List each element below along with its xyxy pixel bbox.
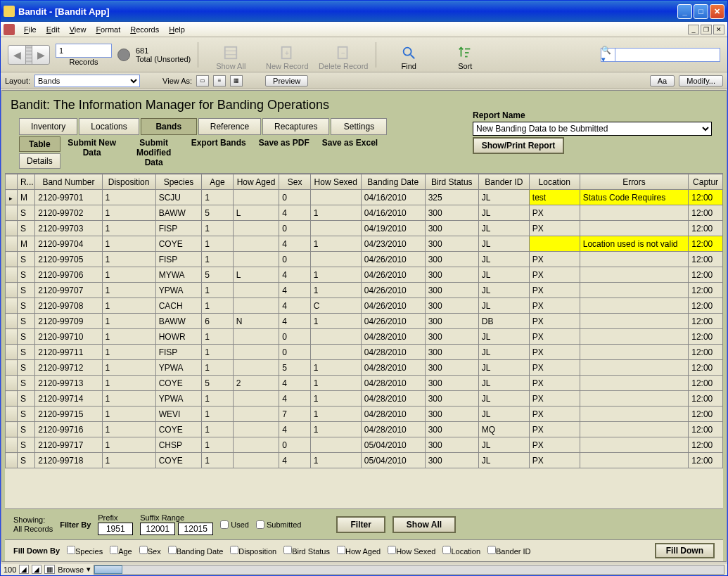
cell-band[interactable]: 2120-99718 xyxy=(35,453,102,468)
cell-date[interactable]: 04/28/2010 xyxy=(361,345,425,360)
cell-date[interactable]: 04/26/2010 xyxy=(361,314,425,329)
show-print-report-button[interactable]: Show/Print Report xyxy=(473,137,564,154)
cell-sex[interactable]: 4 xyxy=(279,236,310,252)
cell-hs[interactable]: 1 xyxy=(310,422,361,437)
cell-r[interactable]: S xyxy=(17,360,34,376)
cell-loc[interactable]: PX xyxy=(529,376,580,391)
col-header[interactable]: How Aged xyxy=(233,174,279,190)
cell-disp[interactable]: 1 xyxy=(102,267,155,283)
cell-loc[interactable]: PX xyxy=(529,221,580,236)
cell-band[interactable]: 2120-99713 xyxy=(35,376,102,391)
view-list-button[interactable]: ≡ xyxy=(213,75,226,87)
cell-date[interactable]: 05/04/2010 xyxy=(361,437,425,453)
col-header[interactable]: Bander ID xyxy=(478,174,529,190)
row-selector[interactable] xyxy=(6,360,18,376)
cell-age[interactable]: 1 xyxy=(202,407,233,422)
cell-bid[interactable]: JL xyxy=(478,267,529,283)
cell-ha[interactable] xyxy=(233,236,279,252)
cell-err[interactable] xyxy=(580,407,688,422)
col-header[interactable]: Sex xyxy=(279,174,310,190)
col-header[interactable]: Bird Status xyxy=(425,174,478,190)
view-table-button[interactable]: ▦ xyxy=(230,75,243,87)
cell-sex[interactable]: 4 xyxy=(279,376,310,391)
cell-loc[interactable]: PX xyxy=(529,267,580,283)
cell-r[interactable]: S xyxy=(17,453,34,468)
cell-band[interactable]: 2120-99714 xyxy=(35,391,102,407)
cell-r[interactable]: S xyxy=(17,329,34,345)
row-selector[interactable] xyxy=(6,422,18,437)
cell-bs[interactable]: 300 xyxy=(425,422,478,437)
cell-ha[interactable] xyxy=(233,407,279,422)
row-selector[interactable] xyxy=(6,314,18,329)
cell-bs[interactable]: 300 xyxy=(425,252,478,267)
row-selector[interactable] xyxy=(6,205,18,221)
fill-opt-sex[interactable]: Sex xyxy=(139,546,161,556)
cell-hs[interactable] xyxy=(310,221,361,236)
cell-band[interactable]: 2120-99701 xyxy=(35,190,102,205)
cell-date[interactable]: 04/16/2010 xyxy=(361,190,425,205)
cell-date[interactable]: 04/28/2010 xyxy=(361,376,425,391)
cell-age[interactable]: 1 xyxy=(202,453,233,468)
quick-search[interactable]: 🔍▾ xyxy=(601,48,720,62)
data-table-wrap[interactable]: R...Band NumberDispositionSpeciesAgeHow … xyxy=(5,173,723,508)
col-header[interactable]: How Sexed xyxy=(310,174,361,190)
show-all-filter-button[interactable]: Show All xyxy=(392,516,456,533)
cell-sp[interactable]: FISP xyxy=(155,345,202,360)
fill-opt-species[interactable]: Species xyxy=(67,546,103,556)
cell-cap[interactable]: 12:00 xyxy=(689,236,723,252)
cell-r[interactable]: S xyxy=(17,205,34,221)
cell-bid[interactable]: JL xyxy=(478,437,529,453)
table-tab[interactable]: Table xyxy=(19,136,60,152)
cell-disp[interactable]: 1 xyxy=(102,252,155,267)
cell-cap[interactable]: 12:00 xyxy=(689,437,723,453)
cell-bs[interactable]: 300 xyxy=(425,267,478,283)
cell-err[interactable] xyxy=(580,453,688,468)
cell-r[interactable]: S xyxy=(17,376,34,391)
horizontal-scrollbar[interactable] xyxy=(94,565,724,575)
cell-bs[interactable]: 300 xyxy=(425,391,478,407)
cell-age[interactable]: 1 xyxy=(202,283,233,298)
search-icon[interactable]: 🔍▾ xyxy=(601,48,615,62)
col-header[interactable]: Errors xyxy=(580,174,688,190)
cell-bid[interactable]: JL xyxy=(478,376,529,391)
record-nav[interactable]: ◀ ▶ xyxy=(8,45,50,65)
search-input[interactable] xyxy=(615,48,720,62)
cell-hs[interactable] xyxy=(310,437,361,453)
cell-loc[interactable]: PX xyxy=(529,205,580,221)
row-selector[interactable] xyxy=(6,283,18,298)
cell-band[interactable]: 2120-99707 xyxy=(35,283,102,298)
cell-sex[interactable]: 4 xyxy=(279,391,310,407)
cell-r[interactable]: S xyxy=(17,267,34,283)
cell-sp[interactable]: BAWW xyxy=(155,314,202,329)
cell-loc[interactable]: PX xyxy=(529,283,580,298)
cell-date[interactable]: 05/04/2010 xyxy=(361,453,425,468)
cell-err[interactable]: Status Code Requires xyxy=(580,190,688,205)
cell-cap[interactable]: 12:00 xyxy=(689,205,723,221)
cell-ha[interactable] xyxy=(233,453,279,468)
cell-band[interactable]: 2120-99710 xyxy=(35,329,102,345)
cell-sp[interactable]: SCJU xyxy=(155,190,202,205)
next-record-icon[interactable]: ▶ xyxy=(32,46,49,64)
cell-hs[interactable]: 1 xyxy=(310,407,361,422)
cell-hs[interactable] xyxy=(310,345,361,360)
save-excel-button[interactable]: Save as Excel xyxy=(317,136,383,149)
cell-date[interactable]: 04/28/2010 xyxy=(361,407,425,422)
cell-hs[interactable]: 1 xyxy=(310,205,361,221)
cell-date[interactable]: 04/28/2010 xyxy=(361,422,425,437)
cell-err[interactable] xyxy=(580,437,688,453)
cell-r[interactable]: S xyxy=(17,314,34,329)
cell-bid[interactable]: JL xyxy=(478,283,529,298)
cell-disp[interactable]: 1 xyxy=(102,314,155,329)
cell-hs[interactable]: 1 xyxy=(310,453,361,468)
cell-bid[interactable]: JL xyxy=(478,360,529,376)
cell-err[interactable] xyxy=(580,283,688,298)
record-number-input[interactable] xyxy=(56,44,112,58)
record-slider[interactable] xyxy=(25,46,32,64)
cell-bs[interactable]: 300 xyxy=(425,283,478,298)
cell-r[interactable]: S xyxy=(17,298,34,314)
cell-ha[interactable] xyxy=(233,329,279,345)
cell-cap[interactable]: 12:00 xyxy=(689,407,723,422)
cell-age[interactable]: 1 xyxy=(202,422,233,437)
cell-sex[interactable]: 4 xyxy=(279,205,310,221)
cell-bs[interactable]: 300 xyxy=(425,360,478,376)
